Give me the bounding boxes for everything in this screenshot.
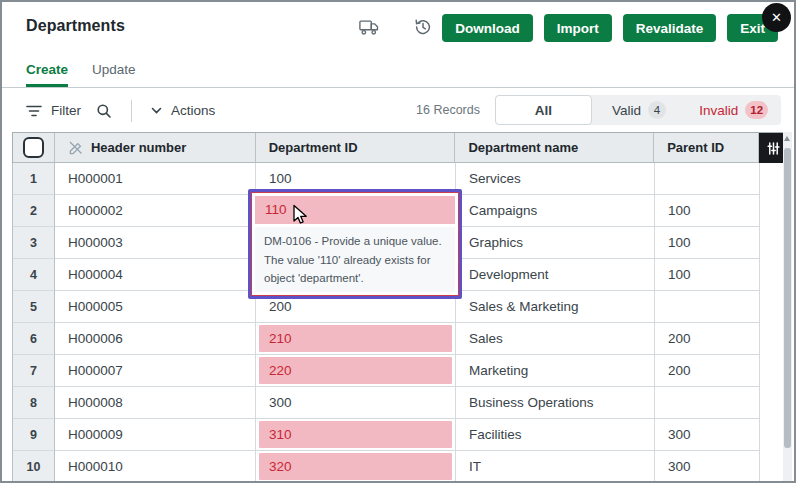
cell-department-name[interactable]: Business Operations <box>456 387 655 419</box>
table-row: 8H000008300Business Operations <box>12 387 787 419</box>
row-number: 5 <box>13 291 55 323</box>
invalid-cell-value[interactable]: 110 <box>255 196 455 224</box>
select-all-cell <box>13 133 55 163</box>
invalid-value: 220 <box>259 357 452 384</box>
cell-parent-id[interactable]: 200 <box>655 355 760 387</box>
cell-parent-id[interactable]: 200 <box>655 323 760 355</box>
cell-header-number[interactable]: H000003 <box>55 227 256 259</box>
invalid-value: 310 <box>259 421 452 448</box>
select-all-checkbox[interactable] <box>23 137 44 158</box>
actions-menu-button[interactable]: Actions <box>151 103 215 118</box>
tab-bar: Create Update <box>2 54 794 88</box>
cell-parent-id[interactable] <box>655 163 760 195</box>
filter-icon <box>26 105 42 117</box>
cell-department-name[interactable]: Graphics <box>456 227 655 259</box>
selected-invalid-cell: 110 DM-0106 - Provide a unique value. Th… <box>248 189 462 299</box>
close-icon[interactable]: ✕ <box>762 3 791 32</box>
filter-button[interactable]: Filter <box>26 103 81 118</box>
toolbar-divider <box>131 100 132 122</box>
table-row: 6H000006210Sales200 <box>12 323 787 355</box>
chevron-down-icon <box>151 107 162 114</box>
records-count: 16 Records <box>416 103 480 117</box>
cell-department-name[interactable]: Sales & Marketing <box>456 291 655 323</box>
page-title: Departments <box>26 17 125 35</box>
delivery-truck-icon[interactable] <box>359 19 379 39</box>
row-number: 8 <box>13 387 55 419</box>
no-edit-icon <box>68 140 83 155</box>
cell-header-number[interactable]: H000007 <box>55 355 256 387</box>
history-icon[interactable] <box>414 18 432 39</box>
cell-header-number[interactable]: H000001 <box>55 163 256 195</box>
cell-department-name[interactable]: IT <box>456 451 655 483</box>
cell-department-id[interactable]: 310 <box>256 419 456 451</box>
cell-parent-id[interactable]: 100 <box>655 259 760 291</box>
toolbar: Filter Actions 16 Records All Valid <box>2 89 794 132</box>
row-number: 7 <box>13 355 55 387</box>
column-parent-id[interactable]: Parent ID <box>654 133 759 163</box>
segment-valid[interactable]: Valid 4 <box>592 95 687 125</box>
table-row: 7H000007220Marketing200 <box>12 355 787 387</box>
cell-parent-id[interactable]: 100 <box>655 195 760 227</box>
cell-parent-id[interactable]: 300 <box>655 451 760 483</box>
row-number: 9 <box>13 419 55 451</box>
cell-parent-id[interactable]: 300 <box>655 419 760 451</box>
mouse-cursor <box>289 203 311 225</box>
segment-all[interactable]: All <box>495 95 592 125</box>
row-number: 4 <box>13 259 55 291</box>
cell-department-id[interactable]: 320 <box>256 451 456 483</box>
row-number: 1 <box>13 163 55 195</box>
header-actions: Download Import Revalidate Exit <box>442 14 778 42</box>
table-row: 9H000009310Facilities300 <box>12 419 787 451</box>
column-department-id[interactable]: Department ID <box>256 133 456 163</box>
vertical-scrollbar[interactable] <box>783 132 792 481</box>
cell-department-id[interactable]: 210 <box>256 323 456 355</box>
cell-header-number[interactable]: H000005 <box>55 291 256 323</box>
sliders-icon <box>767 142 780 155</box>
table-header: Header number Department ID Department n… <box>12 133 787 163</box>
cell-header-number[interactable]: H000002 <box>55 195 256 227</box>
row-number: 3 <box>13 227 55 259</box>
cell-department-name[interactable]: Campaigns <box>456 195 655 227</box>
cell-header-number[interactable]: H000008 <box>55 387 256 419</box>
scrollbar-thumb[interactable] <box>784 148 791 448</box>
cell-parent-id[interactable]: 100 <box>655 227 760 259</box>
import-button[interactable]: Import <box>544 14 612 42</box>
cell-department-id[interactable]: 220 <box>256 355 456 387</box>
departments-table: Header number Department ID Department n… <box>12 132 787 483</box>
cell-parent-id[interactable] <box>655 387 760 419</box>
validity-filter: All Valid 4 Invalid 12 <box>495 95 781 125</box>
row-number: 6 <box>13 323 55 355</box>
cell-parent-id[interactable] <box>655 291 760 323</box>
cell-header-number[interactable]: H000009 <box>55 419 256 451</box>
segment-invalid[interactable]: Invalid 12 <box>686 95 781 125</box>
tab-update[interactable]: Update <box>92 54 136 87</box>
row-number: 10 <box>13 451 55 483</box>
cell-department-name[interactable]: Facilities <box>456 419 655 451</box>
search-icon <box>96 103 112 119</box>
column-department-name[interactable]: Department name <box>455 133 654 163</box>
revalidate-button[interactable]: Revalidate <box>623 14 717 42</box>
invalid-value: 320 <box>259 453 452 480</box>
column-header-number[interactable]: Header number <box>55 133 256 163</box>
table-row: 10H000010320IT300 <box>12 451 787 483</box>
error-tooltip: DM-0106 - Provide a unique value. The va… <box>255 227 455 292</box>
cell-department-name[interactable]: Development <box>456 259 655 291</box>
tab-create[interactable]: Create <box>26 54 68 87</box>
cell-header-number[interactable]: H000010 <box>55 451 256 483</box>
search-button[interactable] <box>96 103 112 119</box>
valid-count-badge: 4 <box>648 101 666 119</box>
scroll-up-arrow-icon[interactable] <box>784 136 790 141</box>
row-number: 2 <box>13 195 55 227</box>
cell-department-name[interactable]: Services <box>456 163 655 195</box>
cell-department-name[interactable]: Sales <box>456 323 655 355</box>
invalid-value: 210 <box>259 325 452 352</box>
cell-header-number[interactable]: H000006 <box>55 323 256 355</box>
cell-department-id[interactable]: 300 <box>256 387 456 419</box>
cell-department-name[interactable]: Marketing <box>456 355 655 387</box>
value: 300 <box>256 387 455 418</box>
cell-header-number[interactable]: H000004 <box>55 259 256 291</box>
download-button[interactable]: Download <box>442 14 533 42</box>
departments-window: Departments Download Import Revalidate E… <box>0 0 796 483</box>
invalid-count-badge: 12 <box>745 101 768 119</box>
